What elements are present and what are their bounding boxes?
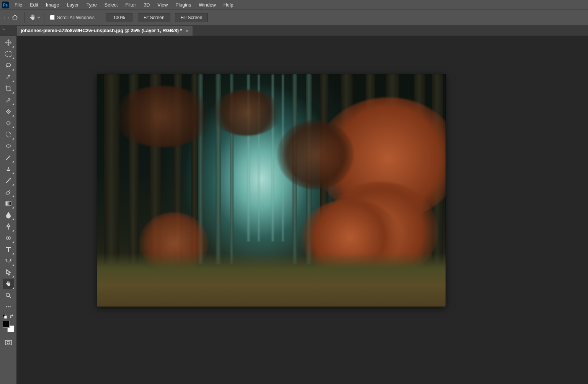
marquee-tool[interactable] (3, 49, 14, 59)
document-tab[interactable]: johannes-plenio-a72o8w9HC2w-unsplash.jpg… (17, 26, 193, 36)
svg-point-10 (10, 259, 11, 260)
menu-plugins[interactable]: Plugins (172, 0, 195, 10)
svg-rect-3 (6, 110, 10, 114)
scroll-all-windows-label: Scroll All Windows (57, 15, 95, 20)
separator (24, 12, 25, 23)
svg-point-9 (5, 259, 6, 260)
menu-file[interactable]: File (11, 0, 26, 10)
scroll-all-windows-checkbox[interactable]: Scroll All Windows (47, 15, 97, 20)
menu-help[interactable]: Help (220, 0, 237, 10)
menu-image[interactable]: Image (42, 0, 63, 10)
frame-tool[interactable] (3, 129, 14, 140)
svg-point-8 (8, 238, 9, 239)
history-brush-tool[interactable] (3, 175, 14, 186)
color-swatches[interactable] (3, 321, 14, 332)
pen-tool[interactable] (3, 233, 14, 243)
svg-rect-2 (6, 51, 11, 57)
healing-brush-tool[interactable] (3, 118, 14, 128)
svg-point-15 (7, 341, 10, 344)
tools-panel (0, 36, 17, 384)
fill-screen-button[interactable]: Fill Screen (175, 13, 208, 22)
menu-select[interactable]: Select (101, 0, 122, 10)
hand-tool[interactable] (3, 279, 14, 289)
fit-screen-button[interactable]: Fit Screen (138, 13, 170, 22)
spot-heal-tool[interactable] (3, 106, 14, 117)
separator (44, 12, 44, 23)
move-tool[interactable] (3, 37, 14, 48)
expand-panels-icon[interactable]: » (2, 27, 5, 31)
document-image (97, 74, 446, 307)
svg-rect-14 (5, 340, 11, 345)
magic-wand-tool[interactable] (3, 72, 14, 82)
menu-window[interactable]: Window (195, 0, 219, 10)
document-canvas[interactable] (97, 74, 446, 307)
menu-type[interactable]: Type (83, 0, 101, 10)
svg-point-11 (6, 293, 10, 297)
svg-rect-4 (6, 121, 10, 125)
menu-filter[interactable]: Filter (122, 0, 140, 10)
menu-edit[interactable]: Edit (26, 0, 42, 10)
direct-select-tool[interactable] (3, 267, 14, 278)
blur-tool[interactable] (3, 210, 14, 220)
clone-stamp-tool[interactable] (3, 164, 14, 174)
foreground-color-swatch[interactable] (3, 321, 10, 328)
separator (3, 312, 14, 312)
scroll-all-windows-input[interactable] (50, 15, 55, 20)
quick-mask-icon[interactable] (3, 338, 14, 348)
edit-toolbar-icon[interactable] (3, 303, 14, 310)
close-tab-icon[interactable]: × (186, 28, 189, 34)
svg-point-5 (6, 132, 11, 137)
document-tab-title: johannes-plenio-a72o8w9HC2w-unsplash.jpg… (21, 28, 182, 33)
svg-rect-6 (6, 202, 11, 205)
swap-colors-icon[interactable] (10, 314, 14, 319)
svg-text:Ps: Ps (3, 3, 8, 7)
current-tool-hand-icon[interactable] (28, 12, 41, 23)
eyedropper-tool[interactable] (3, 95, 14, 105)
lasso-tool[interactable] (3, 60, 14, 71)
type-tool[interactable] (3, 244, 14, 255)
menu-layer[interactable]: Layer (63, 0, 82, 10)
menu-view[interactable]: View (154, 0, 172, 10)
menu-3d[interactable]: 3D (140, 0, 154, 10)
svg-rect-13 (4, 316, 7, 318)
options-gripper-icon[interactable]: ⋮⋮ (3, 12, 7, 23)
zoom-tool[interactable] (3, 290, 14, 301)
gradient-tool[interactable] (3, 198, 14, 209)
eraser-tool[interactable] (3, 187, 14, 197)
menu-bar: Ps File Edit Image Layer Type Select Fil… (0, 0, 588, 10)
crop-tool[interactable] (3, 83, 14, 94)
ps-logo-icon: Ps (0, 0, 11, 10)
swap-default-colors-row (3, 314, 14, 319)
document-tab-strip: » johannes-plenio-a72o8w9HC2w-unsplash.j… (0, 25, 588, 36)
default-colors-icon[interactable] (3, 314, 7, 319)
options-bar: ⋮⋮ Scroll All Windows 100% Fit Screen Fi… (0, 10, 588, 25)
separator (100, 12, 100, 23)
work-area (0, 36, 588, 384)
canvas-area[interactable] (17, 36, 588, 384)
home-button[interactable] (8, 12, 21, 23)
brush-tool[interactable] (3, 152, 14, 163)
dodge-tool[interactable] (3, 221, 14, 232)
svg-rect-0 (2, 2, 9, 8)
path-select-tool[interactable] (3, 256, 14, 266)
zoom-100-button[interactable]: 100% (106, 13, 132, 22)
content-aware-tool[interactable] (3, 141, 14, 151)
svg-point-7 (6, 236, 10, 240)
svg-rect-12 (3, 314, 5, 317)
